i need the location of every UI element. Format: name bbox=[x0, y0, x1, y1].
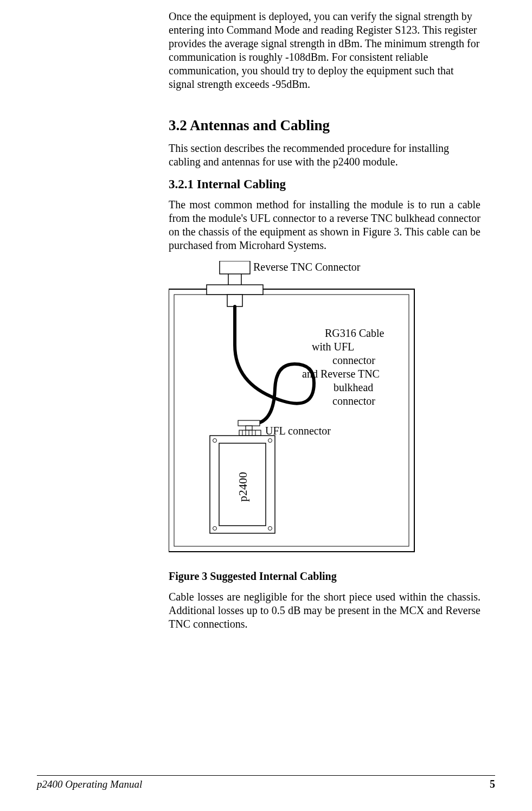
svg-rect-5 bbox=[207, 285, 263, 295]
cable-label-4: and Reverse TNC bbox=[302, 368, 380, 380]
figure-3-caption: Figure 3 Suggested Internal Cabling bbox=[169, 570, 480, 583]
figure-3: p2400 Reverse TNC Connector RG316 Cable … bbox=[169, 261, 480, 554]
cable-label-6: connector bbox=[332, 395, 375, 407]
ufl-label: UFL connector bbox=[265, 425, 331, 437]
subsection-heading-3-2-1: 3.2.1 Internal Cabling bbox=[169, 177, 480, 191]
cable-label-5: bulkhead bbox=[334, 381, 373, 393]
cable-label-1: RG316 Cable bbox=[325, 327, 384, 339]
module-label: p2400 bbox=[236, 472, 249, 502]
reverse-tnc-label: Reverse TNC Connector bbox=[253, 261, 361, 273]
svg-rect-7 bbox=[238, 420, 260, 426]
intro-paragraph: Once the equipment is deployed, you can … bbox=[169, 10, 480, 91]
svg-rect-2 bbox=[220, 261, 250, 274]
figure-3-svg: p2400 Reverse TNC Connector RG316 Cable … bbox=[169, 261, 480, 554]
section-3-2-para: This section describes the recommended p… bbox=[169, 142, 480, 169]
cable-label-2: with UFL bbox=[312, 341, 354, 353]
footer-page-number: 5 bbox=[490, 778, 495, 790]
cable-losses-para: Cable losses are negligible for the shor… bbox=[169, 590, 480, 631]
cable-label-3: connector bbox=[332, 354, 375, 366]
svg-rect-6 bbox=[227, 295, 242, 306]
footer-manual-title: p2400 Operating Manual bbox=[37, 778, 142, 790]
footer-rule bbox=[37, 775, 495, 776]
section-3-2-1-para: The most common method for installing th… bbox=[169, 198, 480, 252]
page-footer: p2400 Operating Manual 5 bbox=[0, 775, 532, 790]
section-heading-3-2: 3.2 Antennas and Cabling bbox=[169, 117, 480, 134]
svg-rect-8 bbox=[246, 426, 252, 430]
